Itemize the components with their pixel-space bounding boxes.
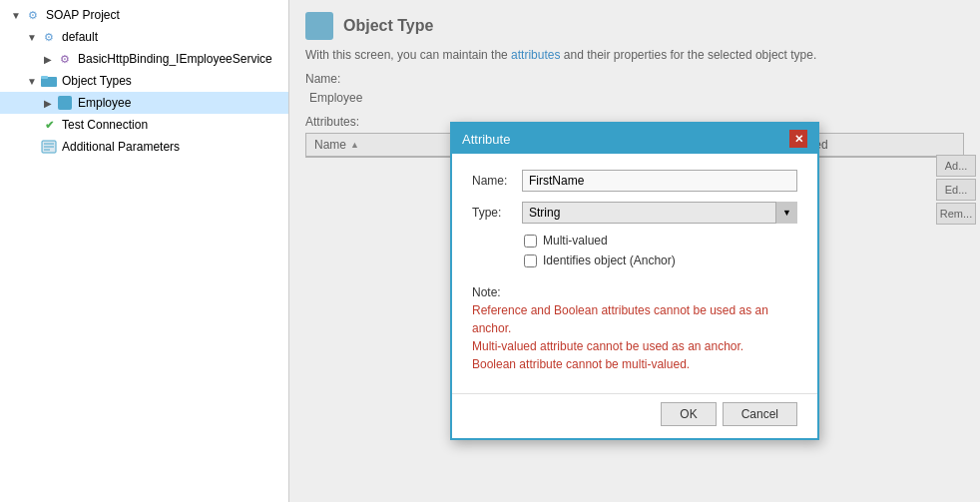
no-expander <box>24 120 40 131</box>
multivalued-label[interactable]: Multi-valued <box>543 234 608 248</box>
folder-icon <box>40 72 58 90</box>
close-icon: ✕ <box>794 133 803 146</box>
sidebar-item-label: Test Connection <box>62 118 148 132</box>
type-field-row: Type: String Integer Boolean Reference B… <box>472 202 797 224</box>
employee-icon <box>56 94 74 112</box>
sidebar-item-label: SOAP Project <box>46 8 120 22</box>
note-section: Note: Reference and Boolean attributes c… <box>472 277 797 373</box>
cancel-button[interactable]: Cancel <box>723 402 797 426</box>
expand-arrow: ▼ <box>24 32 40 43</box>
sidebar-item-label: BasicHttpBinding_IEmployeeService <box>78 52 272 66</box>
note-label: Note: <box>472 285 797 299</box>
name-field-row: Name: <box>472 170 797 192</box>
sidebar-item-additional-params[interactable]: Additional Parameters <box>0 136 288 158</box>
multivalued-checkbox[interactable] <box>524 235 537 248</box>
modal-type-label: Type: <box>472 206 522 220</box>
expand-arrow: ▶ <box>40 54 56 65</box>
main-content: Object Type With this screen, you can ma… <box>289 0 980 502</box>
svg-rect-1 <box>41 76 48 79</box>
soap-project-icon: ⚙ <box>24 6 42 24</box>
anchor-checkbox[interactable] <box>524 254 537 267</box>
modal-close-button[interactable]: ✕ <box>789 130 807 148</box>
attribute-dialog: Attribute ✕ Name: Type: String <box>450 122 819 440</box>
expand-arrow: ▼ <box>8 10 24 21</box>
sidebar-item-object-types[interactable]: ▼ Object Types <box>0 70 288 92</box>
sidebar-item-default[interactable]: ▼ ⚙ default <box>0 26 288 48</box>
multivalued-row: Multi-valued <box>472 234 797 248</box>
type-select[interactable]: String Integer Boolean Reference Binary <box>522 202 797 224</box>
default-icon: ⚙ <box>40 28 58 46</box>
no-expander <box>24 142 40 153</box>
sidebar-item-employee[interactable]: ▶ Employee <box>0 92 288 114</box>
anchor-row: Identifies object (Anchor) <box>472 253 797 267</box>
sidebar-item-test-connection[interactable]: ✔ Test Connection <box>0 114 288 136</box>
note-line-1: Reference and Boolean attributes cannot … <box>472 301 797 337</box>
expand-arrow: ▶ <box>40 98 56 109</box>
modal-title: Attribute <box>462 132 510 147</box>
binding-icon: ⚙ <box>56 50 74 68</box>
check-icon: ✔ <box>40 116 58 134</box>
sidebar-item-label: default <box>62 30 98 44</box>
modal-titlebar: Attribute ✕ <box>452 124 817 154</box>
expand-arrow: ▼ <box>24 76 40 87</box>
modal-footer: OK Cancel <box>452 393 817 438</box>
sidebar-item-label: Additional Parameters <box>62 140 180 154</box>
name-input[interactable] <box>522 170 797 192</box>
type-select-wrapper: String Integer Boolean Reference Binary … <box>522 202 797 224</box>
ok-button[interactable]: OK <box>661 402 716 426</box>
sidebar-item-binding[interactable]: ▶ ⚙ BasicHttpBinding_IEmployeeService <box>0 48 288 70</box>
params-icon <box>40 138 58 156</box>
modal-name-label: Name: <box>472 174 522 188</box>
sidebar-item-soap-project[interactable]: ▼ ⚙ SOAP Project <box>0 4 288 26</box>
sidebar-item-label: Object Types <box>62 74 132 88</box>
note-line-3: Boolean attribute cannot be multi-valued… <box>472 355 797 373</box>
modal-body: Name: Type: String Integer Boolean Refer… <box>452 154 817 385</box>
modal-overlay: Attribute ✕ Name: Type: String <box>289 0 980 502</box>
sidebar: ▼ ⚙ SOAP Project ▼ ⚙ default ▶ ⚙ BasicHt… <box>0 0 289 502</box>
note-line-2: Multi-valued attribute cannot be used as… <box>472 337 797 355</box>
anchor-label[interactable]: Identifies object (Anchor) <box>543 253 676 267</box>
sidebar-item-label: Employee <box>78 96 131 110</box>
